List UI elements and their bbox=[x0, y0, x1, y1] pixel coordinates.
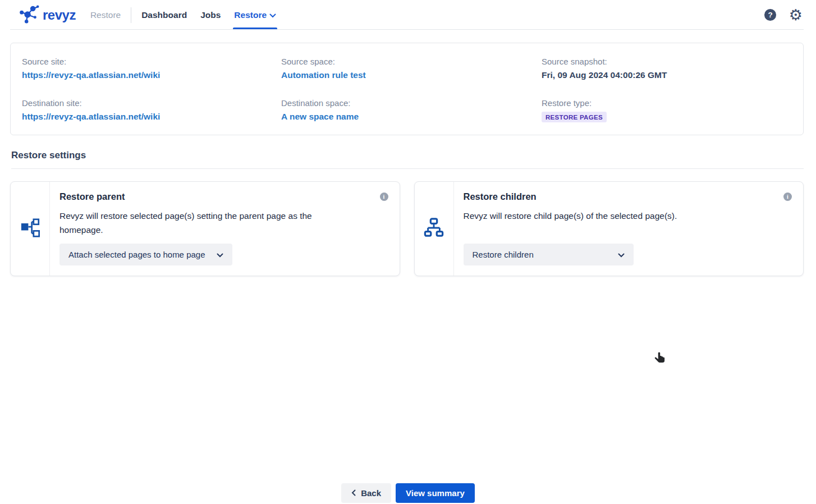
source-site-label: Source site: bbox=[22, 57, 281, 66]
restore-children-description: Revyz will restore child page(s) of the … bbox=[464, 209, 761, 223]
nav-divider bbox=[131, 7, 131, 23]
restore-children-card: Restore children i Revyz will restore ch… bbox=[414, 181, 804, 276]
restore-type-field: Restore type: RESTORE PAGES bbox=[542, 98, 792, 122]
destination-site-field: Destination site: https://revyz-qa.atlas… bbox=[22, 98, 281, 122]
restore-children-dropdown[interactable]: Restore children bbox=[464, 244, 634, 265]
restore-parent-title: Restore parent bbox=[59, 191, 125, 202]
source-space-value[interactable]: Automation rule test bbox=[281, 70, 542, 80]
gear-icon[interactable]: ⚙ bbox=[789, 7, 803, 22]
source-space-field: Source space: Automation rule test bbox=[281, 57, 542, 80]
page-title: Restore settings bbox=[11, 135, 804, 169]
footer-actions: Back View summary bbox=[0, 483, 816, 503]
parent-tree-icon bbox=[21, 217, 40, 241]
restore-parent-dropdown-value: Attach selected pages to home page bbox=[68, 250, 205, 259]
restore-children-info-icon[interactable]: i bbox=[783, 193, 792, 201]
restore-children-icon-col bbox=[415, 182, 454, 276]
chevron-down-icon bbox=[217, 250, 223, 259]
source-snapshot-value: Fri, 09 Aug 2024 04:00:26 GMT bbox=[542, 70, 792, 80]
restore-parent-description: Revyz will restore selected page(s) sett… bbox=[59, 209, 357, 237]
destination-space-field: Destination space: A new space name bbox=[281, 98, 542, 122]
help-icon[interactable]: ? bbox=[764, 8, 777, 21]
destination-space-label: Destination space: bbox=[281, 98, 542, 108]
app-title: revyz bbox=[43, 7, 76, 23]
source-snapshot-label: Source snapshot: bbox=[542, 57, 792, 66]
chevron-left-icon bbox=[351, 488, 356, 498]
children-tree-icon bbox=[424, 217, 444, 241]
restore-parent-card-body: Restore parent i Revyz will restore sele… bbox=[50, 182, 400, 276]
source-snapshot-field: Source snapshot: Fri, 09 Aug 2024 04:00:… bbox=[542, 57, 792, 80]
restore-parent-card: Restore parent i Revyz will restore sele… bbox=[10, 181, 400, 276]
top-navigation: revyz Restore Dashboard Jobs Restore ? ⚙ bbox=[0, 0, 816, 30]
source-site-field: Source site: https://revyz-qa.atlassian.… bbox=[22, 57, 281, 80]
back-button-label: Back bbox=[361, 488, 381, 498]
restore-children-title: Restore children bbox=[464, 191, 537, 202]
source-space-label: Source space: bbox=[281, 57, 542, 66]
restore-settings-cards: Restore parent i Revyz will restore sele… bbox=[10, 181, 804, 276]
restore-children-card-body: Restore children i Revyz will restore ch… bbox=[454, 182, 804, 276]
svg-text:?: ? bbox=[768, 11, 772, 19]
tab-restore[interactable]: Restore bbox=[234, 0, 276, 30]
tab-jobs[interactable]: Jobs bbox=[200, 0, 221, 30]
restore-parent-icon-col bbox=[11, 182, 50, 276]
chevron-down-icon bbox=[269, 10, 276, 20]
restore-type-badge: RESTORE PAGES bbox=[542, 112, 607, 122]
revyz-molecule-icon bbox=[18, 3, 39, 28]
restore-summary-panel: Source site: https://revyz-qa.atlassian.… bbox=[10, 43, 804, 135]
chevron-down-icon bbox=[618, 250, 625, 259]
tab-dashboard[interactable]: Dashboard bbox=[141, 0, 187, 30]
restore-children-dropdown-value: Restore children bbox=[473, 250, 534, 259]
destination-space-value[interactable]: A new space name bbox=[281, 112, 542, 122]
source-site-value[interactable]: https://revyz-qa.atlassian.net/wiki bbox=[22, 70, 281, 80]
breadcrumb: Restore bbox=[90, 10, 121, 20]
mouse-cursor-hand-icon bbox=[652, 350, 668, 368]
back-button[interactable]: Back bbox=[341, 483, 391, 503]
restore-parent-dropdown[interactable]: Attach selected pages to home page bbox=[59, 244, 232, 265]
view-summary-label: View summary bbox=[406, 488, 465, 498]
destination-site-value[interactable]: https://revyz-qa.atlassian.net/wiki bbox=[22, 112, 281, 122]
revyz-logo[interactable]: revyz bbox=[18, 3, 76, 28]
view-summary-button[interactable]: View summary bbox=[396, 483, 475, 503]
restore-parent-info-icon[interactable]: i bbox=[380, 193, 388, 201]
tab-restore-label: Restore bbox=[234, 10, 267, 20]
restore-type-label: Restore type: bbox=[542, 98, 792, 108]
destination-site-label: Destination site: bbox=[22, 98, 281, 108]
